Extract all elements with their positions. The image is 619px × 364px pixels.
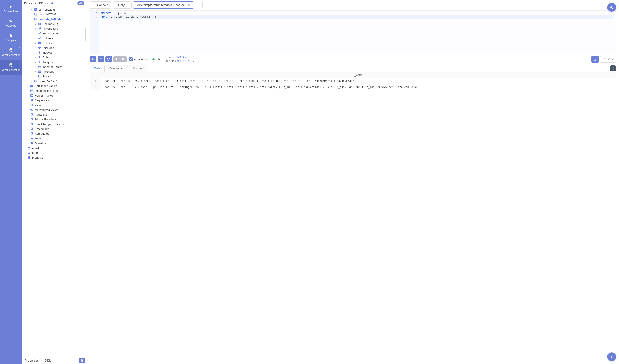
tree-group[interactable]: ›Trigger Functions [22, 117, 87, 122]
tree-table[interactable]: ›users_5e7cc513 [22, 79, 87, 83]
tree-database[interactable]: ›orders [22, 150, 87, 155]
sidebar-header: selected DB: ferretdb AB [22, 0, 87, 6]
autocommit-input[interactable] [129, 57, 133, 61]
layers-icon [27, 151, 31, 154]
tree-partitions[interactable]: ›Partitions [22, 69, 87, 74]
grid-cell[interactable]: {"a": "b", "b": 34, "$s": {"p": {"a": {"… [101, 78, 616, 84]
format-select[interactable]: CSV [600, 56, 616, 63]
close-icon[interactable]: × [127, 3, 128, 7]
svg-rect-9 [40, 23, 41, 25]
tree-excludes[interactable]: ›Excludes [22, 45, 87, 50]
tree-group[interactable]: ›Event Trigger Functions [22, 122, 87, 126]
tree-fk[interactable]: ›Foreign Keys [22, 31, 87, 36]
tree-group[interactable]: ›Domains [22, 141, 87, 146]
table-icon [34, 17, 37, 21]
tree-inherited[interactable]: ›Inherited Tables [22, 64, 87, 69]
run-info: 2 rows in 25.969 ms Start time: 08/24/20… [165, 55, 201, 63]
tree-triggers[interactable]: ›Triggers [22, 60, 87, 64]
add-tab-button[interactable]: + [195, 1, 203, 8]
nav-welcome[interactable]: Welcome [0, 16, 22, 30]
tree-group[interactable]: ›Procedures [22, 126, 87, 131]
group-icon [30, 132, 33, 135]
grid-cell[interactable]: {"a": "c", "b": [3, 5], "$s": {"p": {"a"… [101, 84, 616, 90]
grid-corner [90, 72, 101, 78]
info-fab[interactable] [607, 352, 616, 361]
tab-query[interactable]: Query × [113, 1, 131, 9]
tab-active-query[interactable]: ferretdb@ferretdb.testdata_0a6f8dc5 × [133, 1, 193, 9]
grid-row[interactable]: 2 {"a": "c", "b": [3, 5], "$s": {"p": {"… [90, 84, 616, 90]
tree-group[interactable]: ›Functions [22, 112, 87, 117]
result-grid[interactable]: _jsonb 1 {"a": "b", "b": 34, "$s": {"p":… [90, 72, 616, 90]
tab-data[interactable]: Data [90, 65, 105, 72]
tree-pk[interactable]: ›Primary Key [22, 26, 87, 31]
svg-rect-17 [34, 80, 37, 82]
tree-label: test_afd071e5 [39, 13, 56, 16]
tree-rules[interactable]: ›Rules [22, 55, 87, 60]
svg-rect-13 [38, 42, 41, 44]
tree-label: Uniques [42, 37, 53, 40]
bulb-icon [38, 55, 41, 59]
tree-uniques[interactable]: ›Uniques [22, 36, 87, 40]
tab-explain[interactable]: Explain [129, 65, 147, 72]
nav-connections[interactable]: Connections [0, 2, 22, 16]
editor-code[interactable]: SELECT t._jsonb FROM ferretdb.testdata_0… [99, 11, 616, 54]
tab-console[interactable]: Console [89, 1, 111, 9]
svg-rect-8 [38, 23, 39, 25]
grid-header-row: _jsonb [90, 72, 616, 78]
tree-label: Event Trigger Functions [35, 122, 64, 126]
tab-messages[interactable]: Messages [106, 65, 128, 72]
nav-new-connection-1[interactable]: × New Connection [0, 45, 22, 60]
nav-label: Welcome [5, 24, 16, 27]
tree-group[interactable]: ›Aggregates [22, 131, 87, 136]
tree-group[interactable]: ›Materialized Views [22, 107, 87, 112]
run-button[interactable] [90, 56, 96, 63]
svg-rect-19 [31, 90, 33, 92]
svg-point-11 [38, 33, 40, 34]
tree-table[interactable]: ›test_afd071e5 [22, 12, 87, 17]
tab-ddl[interactable]: DDL [42, 357, 54, 364]
tree-database[interactable]: ›newdb [22, 146, 87, 150]
nav-snippets[interactable]: Snippets [0, 31, 22, 45]
sql-editor[interactable]: 1 2 SELECT t._jsonb FROM ferretdb.testda… [90, 10, 616, 54]
download-button[interactable] [591, 55, 599, 63]
connection-status: Idle [152, 58, 160, 61]
history-button[interactable] [105, 56, 112, 63]
tree-table[interactable]: ›su_4c5223d5 [22, 7, 87, 12]
svg-point-12 [38, 38, 40, 39]
svg-rect-6 [34, 13, 37, 15]
close-icon[interactable]: × [19, 61, 20, 64]
tree-group[interactable]: ›Types [22, 136, 87, 141]
tree-group[interactable]: ›Sequences [22, 98, 87, 103]
group-icon [30, 98, 33, 102]
ab-badge[interactable]: AB [77, 1, 84, 5]
tree-database[interactable]: ›products [22, 155, 87, 160]
svg-point-22 [31, 109, 32, 110]
tree-columns[interactable]: ›Columns (1) [22, 21, 87, 26]
tree-indexes[interactable]: ›Indexes [22, 50, 87, 55]
object-tree[interactable]: ›su_4c5223d5 ›test_afd071e5 ⌄testdata_0a… [22, 6, 87, 357]
grid-column-header[interactable]: _jsonb [101, 72, 616, 78]
sort-button[interactable] [79, 358, 85, 363]
tree-label: Triggers [42, 61, 53, 64]
list-button[interactable] [98, 56, 104, 63]
scrollbar-thumb[interactable] [85, 28, 86, 41]
close-icon[interactable]: × [188, 3, 190, 7]
autocommit-checkbox[interactable]: Autocommit [129, 57, 149, 61]
tree-group[interactable]: ›Foreign Tables [22, 93, 87, 98]
grid-row[interactable]: 1 {"a": "b", "b": 34, "$s": {"p": {"a": … [90, 78, 616, 84]
tree-group[interactable]: ›Partitioned Tables [22, 83, 87, 88]
tools-fab[interactable] [607, 3, 616, 12]
svg-rect-23 [31, 137, 33, 139]
tree-checks[interactable]: ›Checks [22, 40, 87, 45]
nav-new-connection-2[interactable]: × New Connection [0, 60, 22, 75]
tree-table-active[interactable]: ⌄testdata_0a6f8dc5 [22, 17, 87, 21]
close-icon[interactable]: × [19, 46, 20, 49]
expand-button[interactable] [610, 65, 616, 71]
tree-group[interactable]: ›Inheritance Tables [22, 88, 87, 93]
tab-properties[interactable]: Properties [22, 357, 42, 364]
tree-statistics[interactable]: ›Statistics [22, 74, 87, 79]
db-tree-sidebar: selected DB: ferretdb AB ›su_4c5223d5 ›t… [22, 0, 87, 364]
tree-label: Types [35, 137, 42, 140]
tree-group[interactable]: ›Views [22, 103, 87, 107]
tree-label: Statistics [42, 75, 54, 78]
